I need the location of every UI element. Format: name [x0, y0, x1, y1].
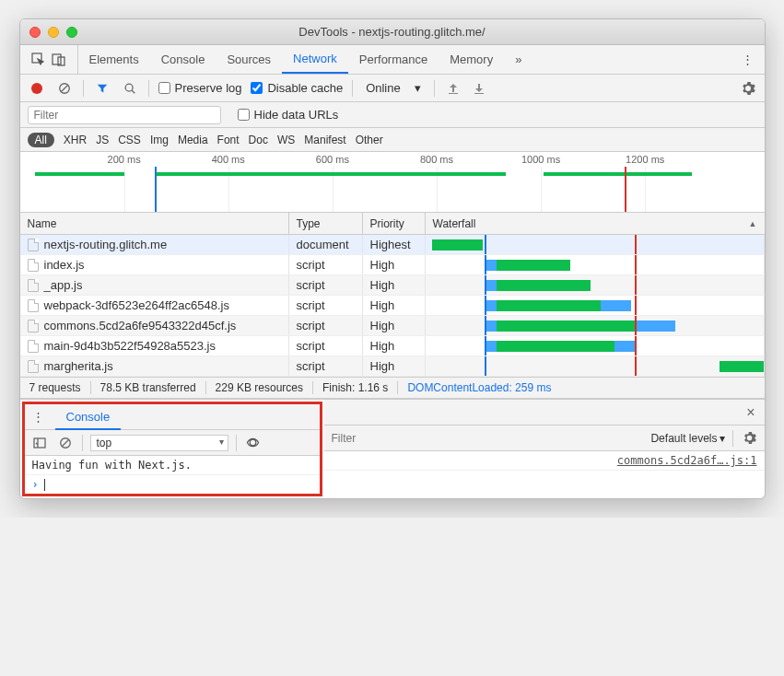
console-prompt[interactable]: ›	[25, 475, 320, 494]
console-settings-gear-icon[interactable]	[741, 429, 759, 448]
tab-sources[interactable]: Sources	[216, 45, 282, 74]
titlebar: DevTools - nextjs-routing.glitch.me/	[20, 19, 765, 45]
download-har-icon[interactable]	[470, 79, 488, 98]
svg-rect-1	[53, 54, 61, 64]
svg-point-7	[250, 439, 256, 446]
status-domcontentloaded: DOMContentLoaded: 259 ms	[398, 381, 560, 394]
clear-icon[interactable]	[55, 79, 74, 98]
live-expression-icon[interactable]	[244, 434, 263, 452]
request-row[interactable]: margherita.jsscriptHigh	[20, 356, 765, 377]
resource-type-filters: AllXHRJSCSSImgMediaFontDocWSManifestOthe…	[20, 128, 765, 152]
tab-console[interactable]: Console	[150, 45, 216, 74]
status-transferred: 78.5 KB transferred	[91, 381, 206, 394]
request-row[interactable]: main-9d4b3b522f54928a5523.jsscriptHigh	[20, 336, 765, 356]
settings-gear-icon[interactable]	[739, 79, 757, 98]
file-icon	[28, 239, 39, 251]
more-tabs-button[interactable]: »	[504, 45, 532, 74]
upload-har-icon[interactable]	[444, 79, 462, 98]
inspect-device-group	[20, 45, 78, 74]
console-toolbar-right: Default levels ▾	[324, 425, 765, 451]
request-row[interactable]: webpack-3df6523e264ff2ac6548.jsscriptHig…	[20, 296, 765, 316]
drawer-tab-row-right: ×	[324, 400, 765, 425]
filter-media[interactable]: Media	[178, 134, 208, 146]
console-output: Having fun with Next.js. ›	[25, 456, 320, 494]
sort-indicator-icon: ▲	[749, 219, 757, 228]
console-toolbar: top	[25, 430, 320, 456]
file-icon	[28, 259, 39, 272]
file-icon	[28, 299, 39, 312]
requests-table: nextjs-routing.glitch.medocumentHighesti…	[20, 235, 765, 377]
filter-font[interactable]: Font	[217, 134, 240, 146]
request-row[interactable]: commons.5cd2a6fe9543322d45cf.jsscriptHig…	[20, 316, 765, 336]
filter-ws[interactable]: WS	[277, 134, 295, 146]
console-log-entry-source[interactable]: commons.5cd2a6f….js:1	[324, 451, 765, 471]
prompt-chevron-icon: ›	[32, 478, 39, 491]
filter-css[interactable]: CSS	[118, 134, 141, 146]
network-toolbar: Preserve log Disable cache Online ▾	[20, 75, 765, 102]
filter-xhr[interactable]: XHR	[64, 134, 87, 146]
filter-manifest[interactable]: Manifest	[304, 134, 345, 146]
filter-icon[interactable]	[93, 79, 111, 98]
col-priority[interactable]: Priority	[363, 213, 426, 234]
status-requests: 7 requests	[29, 381, 91, 394]
console-sidebar-toggle-icon[interactable]	[30, 434, 49, 452]
disable-cache-checkbox[interactable]: Disable cache	[251, 81, 343, 95]
preserve-log-label: Preserve log	[175, 81, 242, 95]
console-filter-input[interactable]	[330, 430, 644, 447]
tab-console[interactable]: Console	[55, 405, 122, 430]
hide-data-urls-checkbox[interactable]: Hide data URLs	[238, 108, 339, 122]
svg-rect-5	[34, 438, 45, 448]
tab-elements[interactable]: Elements	[78, 45, 150, 74]
context-selector[interactable]: top	[90, 435, 228, 451]
filter-other[interactable]: Other	[356, 134, 383, 146]
status-finish: Finish: 1.16 s	[313, 381, 398, 394]
log-source-link[interactable]: commons.5cd2a6f….js:1	[617, 454, 757, 467]
console-prompt-right	[324, 471, 765, 476]
request-row[interactable]: _app.jsscriptHigh	[20, 275, 765, 296]
console-log-entry[interactable]: Having fun with Next.js.	[25, 456, 320, 475]
log-levels-select[interactable]: Default levels ▾	[650, 432, 724, 445]
requests-header: Name Type Priority Waterfall▲	[20, 213, 765, 235]
drawer-kebab-icon[interactable]: ⋮	[25, 410, 52, 424]
main-tabs: ElementsConsoleSourcesNetworkPerformance…	[20, 45, 765, 75]
record-button[interactable]	[28, 79, 46, 98]
filter-all[interactable]: All	[28, 133, 54, 147]
file-icon	[28, 279, 39, 292]
tab-network[interactable]: Network	[282, 45, 348, 74]
preserve-log-checkbox[interactable]: Preserve log	[158, 81, 242, 95]
filter-row: Hide data URLs	[20, 102, 765, 128]
log-message: Having fun with Next.js.	[32, 459, 192, 472]
filter-doc[interactable]: Doc	[249, 134, 268, 146]
file-icon	[28, 360, 39, 373]
status-resources: 229 KB resources	[206, 381, 313, 394]
file-icon	[28, 320, 39, 332]
kebab-menu-icon[interactable]: ⋮	[731, 52, 765, 66]
tab-performance[interactable]: Performance	[348, 45, 439, 74]
devtools-window: DevTools - nextjs-routing.glitch.me/ Ele…	[19, 18, 766, 499]
status-bar: 7 requests 78.5 KB transferred 229 KB re…	[20, 377, 765, 399]
window-title: DevTools - nextjs-routing.glitch.me/	[20, 25, 765, 39]
filter-js[interactable]: JS	[96, 134, 109, 146]
request-filter-input[interactable]	[28, 106, 221, 124]
drawer-tabs: ⋮ Console	[25, 404, 320, 430]
console-output-right: commons.5cd2a6f….js:1	[324, 451, 765, 476]
tab-memory[interactable]: Memory	[439, 45, 504, 74]
throttling-select[interactable]: Online ▾	[362, 81, 424, 95]
filter-img[interactable]: Img	[150, 134, 169, 146]
console-drawer: ⋮ Console top Having fun with Next.js.	[20, 399, 765, 498]
device-toggle-icon[interactable]	[50, 51, 68, 69]
svg-point-4	[125, 84, 133, 91]
search-icon[interactable]	[121, 79, 139, 98]
request-row[interactable]: nextjs-routing.glitch.medocumentHighest	[20, 235, 765, 255]
request-row[interactable]: index.jsscriptHigh	[20, 255, 765, 275]
col-waterfall[interactable]: Waterfall▲	[426, 213, 765, 234]
console-clear-icon[interactable]	[56, 434, 75, 452]
inspect-icon[interactable]	[29, 51, 48, 69]
text-caret	[44, 479, 45, 491]
col-type[interactable]: Type	[289, 213, 363, 234]
drawer-close-icon[interactable]: ×	[746, 404, 755, 421]
file-icon	[28, 340, 39, 353]
col-name[interactable]: Name	[20, 213, 289, 234]
hide-data-urls-label: Hide data URLs	[254, 108, 339, 122]
overview-timeline[interactable]: 200 ms400 ms600 ms800 ms1000 ms1200 ms	[20, 152, 765, 213]
